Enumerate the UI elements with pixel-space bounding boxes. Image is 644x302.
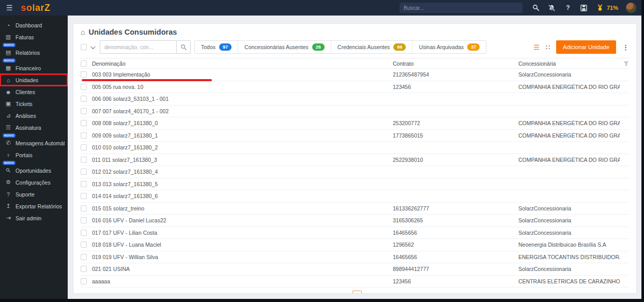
global-search-input[interactable] xyxy=(400,3,523,13)
gamification-progress[interactable]: 71% xyxy=(607,5,618,11)
row-checkbox[interactable] xyxy=(81,169,87,175)
table-row[interactable]: 019 019 UFV - Willian Silva 16465656 ENE… xyxy=(81,251,629,264)
cell-denominacao[interactable]: 021 021 USINA xyxy=(92,266,393,272)
sidebar-item[interactable]: ⊿ Análises xyxy=(0,110,68,122)
filter-search-button[interactable] xyxy=(176,40,191,54)
sidebar-item[interactable]: ↥ Exportar Relatórios xyxy=(0,200,68,212)
sidebar-item[interactable]: ☰ Assinatura xyxy=(0,122,68,133)
table-row[interactable]: 017 017 UFV - Lilian Costa 16465656 Sola… xyxy=(81,227,629,239)
table-row[interactable]: 016 016 UFV - Daniel Lucas22 3165306265 … xyxy=(81,215,629,227)
next-page-icon[interactable]: › xyxy=(397,293,400,294)
column-denominacao[interactable]: Denominação xyxy=(92,61,393,67)
table-row[interactable]: 014 014 solarz7_161380_6 xyxy=(81,190,629,203)
cell-denominacao[interactable]: 012 012 solarz7_161380_4 xyxy=(92,169,393,175)
table-row[interactable]: 010 010 solarz7_161380_2 xyxy=(81,142,629,154)
menu-hamburger-icon[interactable]: ☰ xyxy=(6,4,13,12)
sidebar-item[interactable]: NOVO ▤ Relatórios xyxy=(0,43,68,58)
sidebar-item[interactable]: ⌂ Unidades xyxy=(0,74,68,86)
more-options-icon[interactable]: ⋮ xyxy=(622,43,629,51)
user-avatar[interactable] xyxy=(626,3,636,13)
header-checkbox[interactable] xyxy=(81,61,87,67)
add-unit-button[interactable]: Adicionar Unidade xyxy=(556,40,616,54)
sidebar-item[interactable]: ? Suporte xyxy=(0,188,68,200)
cell-denominacao[interactable]: 005 005 rua nova. 10 xyxy=(92,84,393,90)
sidebar-item[interactable]: ☻ Clientes xyxy=(0,86,68,98)
sidebar-item[interactable]: NOVO ▦ Financeiro xyxy=(0,58,68,74)
page-number[interactable]: 2 xyxy=(367,292,377,294)
filter-tab[interactable]: Concessionárias Ausentes 26 xyxy=(238,41,331,53)
page-number[interactable]: 3 xyxy=(382,292,392,294)
sidebar-item[interactable]: ⇥ Sair admin xyxy=(0,212,68,224)
row-checkbox[interactable] xyxy=(81,266,87,272)
table-row[interactable]: 021 021 USINA 898944412777 SolarzConcess… xyxy=(81,263,629,276)
table-row[interactable]: 008 008 solarz7_161380_0 253200772 COMPA… xyxy=(81,117,629,130)
table-row[interactable]: 007 007 solarz4_40170_1 - 002 xyxy=(81,105,629,118)
row-checkbox[interactable] xyxy=(81,217,87,223)
row-checkbox[interactable] xyxy=(81,108,87,114)
filter-funnel-icon[interactable] xyxy=(620,61,629,66)
row-checkbox[interactable] xyxy=(81,254,87,260)
cell-denominacao[interactable]: 007 007 solarz4_40170_1 - 002 xyxy=(92,108,393,114)
list-view-icon[interactable]: ☰ xyxy=(533,43,540,51)
row-checkbox[interactable] xyxy=(81,132,87,139)
filter-tab[interactable]: Todos 97 xyxy=(195,41,238,53)
table-row[interactable]: 018 018 UFV - Luana Maciel 1296562 Neoen… xyxy=(81,239,629,251)
column-concessionaria[interactable]: Concessionária xyxy=(518,61,620,67)
row-checkbox[interactable] xyxy=(81,230,87,236)
cell-denominacao[interactable]: 013 013 solarz7_161380_5 xyxy=(92,181,393,187)
cell-denominacao[interactable]: 018 018 UFV - Luana Maciel xyxy=(92,241,393,248)
cell-denominacao[interactable]: 015 015 solarz_treino xyxy=(92,205,393,212)
sidebar-item[interactable]: ◔ Dashboard xyxy=(0,19,68,31)
cell-denominacao[interactable]: 003 003 Implementação xyxy=(92,71,393,78)
table-row[interactable]: 011 011 solarz7_161380_3 2522938010 COMP… xyxy=(81,154,629,167)
row-checkbox[interactable] xyxy=(81,96,87,102)
cell-denominacao[interactable]: aaaaaa xyxy=(92,278,393,284)
sidebar-item[interactable]: ♆ Portais xyxy=(0,149,68,161)
table-row[interactable]: 009 009 solarz7_161380_1 1773865015 COMP… xyxy=(81,130,629,142)
row-checkbox[interactable] xyxy=(81,193,87,199)
sidebar-item[interactable]: ▥ Faturas xyxy=(0,31,68,43)
page-number[interactable]: 1 xyxy=(352,291,362,294)
sidebar-item[interactable]: NOVO ✆ Mensagens Automát... xyxy=(0,133,68,149)
save-disk-icon[interactable] xyxy=(580,4,588,12)
chevron-down-icon[interactable] xyxy=(90,44,96,49)
gamification-medal-icon[interactable] xyxy=(596,4,604,12)
select-all-checkbox[interactable] xyxy=(81,44,87,50)
row-checkbox[interactable] xyxy=(81,278,87,284)
filter-tab[interactable]: Usinas Arquivadas 37 xyxy=(412,41,486,53)
prev-page-icon[interactable]: ‹ xyxy=(345,293,347,294)
sidebar-item[interactable]: ⚙ Configurações xyxy=(0,176,68,188)
search-icon[interactable] xyxy=(532,4,540,12)
table-row[interactable]: 005 005 rua nova. 10 123456 COMPANHIA EN… xyxy=(81,81,629,94)
table-row[interactable]: 003 003 Implementação 212365487954 Solar… xyxy=(81,69,629,81)
table-row[interactable]: 015 015 solarz_treino 161336262777 Solar… xyxy=(81,203,629,215)
table-row[interactable]: 013 013 solarz7_161380_5 xyxy=(81,178,629,191)
row-checkbox[interactable] xyxy=(81,84,87,90)
table-row[interactable]: 006 006 solarz3_53103_1 - 001 xyxy=(81,93,629,105)
help-icon[interactable]: ? xyxy=(564,4,572,12)
row-checkbox[interactable] xyxy=(81,181,87,187)
filter-tab[interactable]: Credenciais Ausentes 66 xyxy=(331,41,412,53)
row-checkbox[interactable] xyxy=(81,144,87,150)
cell-denominacao[interactable]: 011 011 solarz7_161380_3 xyxy=(92,157,393,163)
row-checkbox[interactable] xyxy=(81,241,87,248)
row-checkbox[interactable] xyxy=(81,120,87,126)
grid-view-icon[interactable]: ∷ xyxy=(546,43,550,51)
row-checkbox[interactable] xyxy=(81,205,87,212)
table-row[interactable]: 012 012 solarz7_161380_4 xyxy=(81,166,629,178)
table-row[interactable]: aaaaaa 123456 CENTRAIS ELÉTRICAS DE CARA… xyxy=(81,276,629,288)
row-checkbox[interactable] xyxy=(81,71,87,78)
row-checkbox[interactable] xyxy=(81,157,87,163)
cell-denominacao[interactable]: 008 008 solarz7_161380_0 xyxy=(92,120,393,126)
cell-denominacao[interactable]: 017 017 UFV - Lilian Costa xyxy=(92,230,393,236)
cell-denominacao[interactable]: 006 006 solarz3_53103_1 - 001 xyxy=(92,96,393,102)
cell-denominacao[interactable]: 019 019 UFV - Willian Silva xyxy=(92,254,393,260)
filter-search-input[interactable] xyxy=(100,40,176,54)
cell-denominacao[interactable]: 016 016 UFV - Daniel Lucas22 xyxy=(92,217,393,223)
sidebar-item[interactable]: ▣ Tickets xyxy=(0,98,68,110)
cell-denominacao[interactable]: 009 009 solarz7_161380_1 xyxy=(92,132,393,139)
notifications-muted-icon[interactable] xyxy=(548,4,556,12)
column-contrato[interactable]: Contrato xyxy=(393,61,518,67)
cell-denominacao[interactable]: 014 014 solarz7_161380_6 xyxy=(92,193,393,199)
cell-denominacao[interactable]: 010 010 solarz7_161380_2 xyxy=(92,144,393,150)
